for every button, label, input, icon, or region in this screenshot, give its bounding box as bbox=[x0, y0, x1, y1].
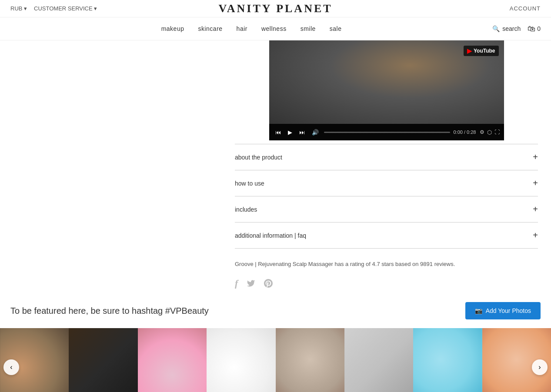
gallery-photos bbox=[0, 328, 551, 392]
settings-icon[interactable]: ⚙ bbox=[480, 129, 484, 135]
play-button[interactable]: ▶ bbox=[286, 128, 294, 136]
video-thumbnail[interactable]: ▶ YouTube bbox=[269, 40, 504, 124]
prev-arrow-icon: ‹ bbox=[10, 363, 12, 371]
accordion-header-includes: includes + bbox=[235, 204, 538, 214]
accordion-item-how-to-use[interactable]: how to use + bbox=[235, 170, 538, 196]
main-nav: makeup skincare hair wellness smile sale… bbox=[0, 17, 551, 40]
nav-wellness[interactable]: wellness bbox=[261, 25, 287, 32]
accordion-plus-about: + bbox=[533, 152, 538, 162]
accordion-header-faq: additional information | faq + bbox=[235, 230, 538, 240]
gallery-photo-5[interactable] bbox=[276, 328, 344, 392]
hashtag-text: To be featured here, be sure to hashtag … bbox=[10, 306, 209, 316]
search-link[interactable]: 🔍 search bbox=[492, 25, 521, 32]
add-photos-label: Add Your Photos bbox=[486, 307, 531, 314]
gallery-photo-3[interactable] bbox=[138, 328, 207, 392]
rating-text: Groove | Rejuvenating Scalp Massager has… bbox=[235, 261, 538, 267]
twitter-share-icon[interactable] bbox=[247, 278, 255, 289]
accordion-title-includes: includes bbox=[235, 206, 257, 213]
accordion-plus-how-to-use: + bbox=[533, 178, 538, 188]
accordion-item-includes[interactable]: includes + bbox=[235, 196, 538, 222]
gallery-photo-6[interactable] bbox=[344, 328, 413, 392]
camera-icon: 📷 bbox=[475, 307, 482, 314]
time-display: 0:00 / 0:28 bbox=[454, 130, 476, 135]
gallery-next-button[interactable]: › bbox=[532, 359, 548, 375]
youtube-play-icon: ▶ bbox=[467, 47, 472, 54]
skip-back-button[interactable]: ⏮ bbox=[274, 128, 283, 136]
account-link[interactable]: ACCOUNT bbox=[510, 5, 541, 12]
accordion-header-about: about the product + bbox=[235, 152, 538, 162]
content-wrapper: ▶ YouTube ⏮ ▶ ⏭ 🔊 0:00 / 0:28 ⚙ ⬡ bbox=[0, 40, 551, 289]
youtube-label: YouTube bbox=[474, 48, 495, 54]
accordion-title-about: about the product bbox=[235, 154, 282, 161]
gallery-photo-4[interactable] bbox=[207, 328, 275, 392]
accordion-item-faq[interactable]: additional information | faq + bbox=[235, 222, 538, 249]
nav-skincare[interactable]: skincare bbox=[198, 25, 222, 32]
nav-right: 🔍 search 🛍 0 bbox=[492, 24, 541, 33]
left-panel bbox=[0, 40, 235, 289]
accordion-title-how-to-use: how to use bbox=[235, 180, 264, 187]
product-video: ▶ YouTube ⏮ ▶ ⏭ 🔊 0:00 / 0:28 ⚙ ⬡ bbox=[269, 40, 504, 140]
accordion-item-about[interactable]: about the product + bbox=[235, 144, 538, 170]
video-frame: ▶ YouTube ⏮ ▶ ⏭ 🔊 0:00 / 0:28 ⚙ ⬡ bbox=[269, 40, 504, 140]
skip-forward-button[interactable]: ⏭ bbox=[297, 128, 307, 136]
gallery-prev-button[interactable]: ‹ bbox=[3, 359, 19, 375]
fullscreen-icon[interactable]: ⛶ bbox=[494, 129, 500, 135]
nav-links: makeup skincare hair wellness smile sale bbox=[10, 17, 492, 40]
progress-bar[interactable] bbox=[324, 132, 450, 133]
cart-count: 0 bbox=[537, 25, 541, 32]
accordion-header-how-to-use: how to use + bbox=[235, 178, 538, 188]
top-bar-left: RUB ▾ CUSTOMER SERVICE ▾ bbox=[10, 5, 97, 12]
site-logo[interactable]: VANITY PLANET bbox=[218, 2, 332, 15]
cart-button[interactable]: 🛍 0 bbox=[528, 24, 541, 33]
nav-makeup[interactable]: makeup bbox=[161, 25, 184, 32]
accordion-plus-includes: + bbox=[533, 204, 538, 214]
accordion-title-faq: additional information | faq bbox=[235, 232, 306, 239]
gallery-photo-7[interactable] bbox=[413, 328, 482, 392]
customer-service-arrow: ▾ bbox=[94, 5, 97, 12]
video-controls: ⏮ ▶ ⏭ 🔊 0:00 / 0:28 ⚙ ⬡ ⛶ bbox=[269, 124, 504, 140]
gallery-photo-2[interactable] bbox=[69, 328, 137, 392]
accordion-plus-faq: + bbox=[533, 230, 538, 240]
nav-sale[interactable]: sale bbox=[330, 25, 342, 32]
add-photos-button[interactable]: 📷 Add Your Photos bbox=[465, 302, 541, 319]
product-accordion: about the product + how to use + include… bbox=[235, 144, 538, 249]
search-icon: 🔍 bbox=[492, 25, 500, 32]
nav-hair[interactable]: hair bbox=[237, 25, 247, 32]
cast-icon[interactable]: ⬡ bbox=[487, 129, 492, 136]
next-arrow-icon: › bbox=[538, 363, 541, 371]
video-ctrl-icons: ⚙ ⬡ ⛶ bbox=[480, 129, 500, 136]
youtube-badge: ▶ YouTube bbox=[464, 46, 499, 56]
volume-button[interactable]: 🔊 bbox=[310, 128, 321, 136]
cart-bag-icon: 🛍 bbox=[528, 24, 535, 33]
account-label: ACCOUNT bbox=[510, 5, 541, 12]
pinterest-share-icon[interactable] bbox=[264, 278, 273, 289]
photo-gallery: ‹ › bbox=[0, 328, 551, 392]
currency-arrow: ▾ bbox=[24, 5, 27, 12]
logo-area: VANITY PLANET bbox=[218, 2, 332, 15]
customer-service-label: CUSTOMER SERVICE bbox=[34, 5, 93, 12]
search-label: search bbox=[502, 25, 521, 32]
nav-smile[interactable]: smile bbox=[301, 25, 316, 32]
hashtag-section: To be featured here, be sure to hashtag … bbox=[0, 289, 551, 326]
facebook-share-icon[interactable]: f bbox=[235, 278, 238, 289]
social-share: f bbox=[235, 278, 538, 289]
currency-label: RUB bbox=[10, 5, 22, 12]
right-panel: ▶ YouTube ⏮ ▶ ⏭ 🔊 0:00 / 0:28 ⚙ ⬡ bbox=[235, 40, 551, 289]
currency-selector[interactable]: RUB ▾ bbox=[10, 5, 27, 12]
customer-service-link[interactable]: CUSTOMER SERVICE ▾ bbox=[34, 5, 97, 12]
